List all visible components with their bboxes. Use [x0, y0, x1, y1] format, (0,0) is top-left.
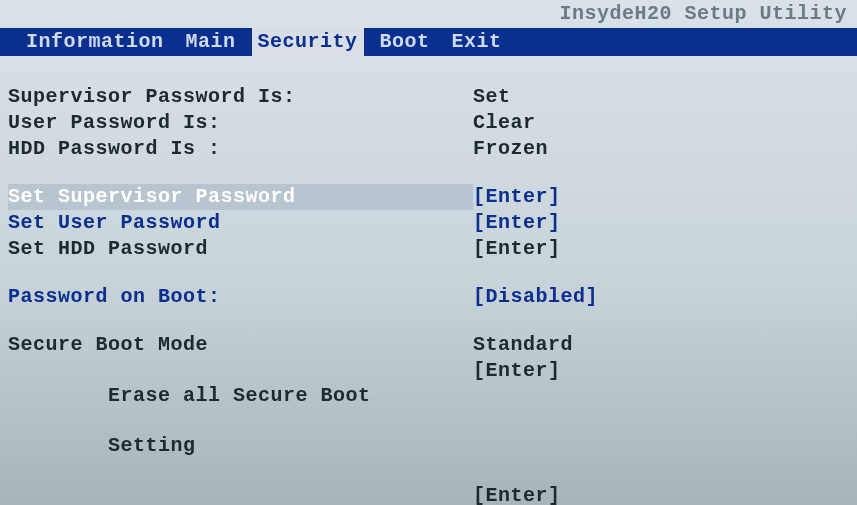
- supervisor-password-status: Supervisor Password Is: Set: [8, 84, 857, 110]
- erase-secure-boot-label-line1: Erase all Secure Boot: [108, 384, 371, 407]
- secure-boot-mode-value: Standard: [473, 332, 573, 358]
- hdd-password-value: Frozen: [473, 136, 548, 162]
- menu-bar: Information Main Security Boot Exit: [0, 28, 857, 56]
- tab-security[interactable]: Security: [252, 28, 364, 56]
- set-user-password-action: [Enter]: [473, 210, 561, 236]
- erase-secure-boot-label-line2: Setting: [108, 434, 196, 457]
- set-hdd-password[interactable]: Set HDD Password [Enter]: [8, 236, 857, 262]
- secure-boot-mode[interactable]: Secure Boot Mode Standard: [8, 332, 857, 358]
- erase-secure-boot-setting[interactable]: Erase all Secure Boot Setting [Enter]: [8, 358, 857, 483]
- set-hdd-password-action: [Enter]: [473, 236, 561, 262]
- set-supervisor-password[interactable]: Set Supervisor Password [Enter]: [8, 184, 857, 210]
- password-on-boot-label: Password on Boot:: [8, 284, 473, 310]
- set-user-password[interactable]: Set User Password [Enter]: [8, 210, 857, 236]
- set-supervisor-password-action: [Enter]: [473, 184, 561, 210]
- supervisor-password-value: Set: [473, 84, 511, 110]
- tab-information[interactable]: Information: [20, 28, 170, 56]
- spacer: [8, 262, 857, 284]
- secure-boot-mode-label: Secure Boot Mode: [8, 332, 473, 358]
- tab-main[interactable]: Main: [180, 28, 242, 56]
- bios-screen: InsydeH20 Setup Utility Information Main…: [0, 0, 857, 505]
- tab-boot[interactable]: Boot: [374, 28, 436, 56]
- hdd-password-status: HDD Password Is : Frozen: [8, 136, 857, 162]
- user-password-value: Clear: [473, 110, 536, 136]
- supervisor-password-label: Supervisor Password Is:: [8, 84, 473, 110]
- erase-secure-boot-label: Erase all Secure Boot Setting: [8, 358, 473, 483]
- set-user-password-label: Set User Password: [8, 210, 473, 236]
- password-on-boot[interactable]: Password on Boot: [Disabled]: [8, 284, 857, 310]
- bios-title: InsydeH20 Setup Utility: [0, 0, 857, 28]
- user-password-label: User Password Is:: [8, 110, 473, 136]
- spacer: [8, 162, 857, 184]
- password-on-boot-value: [Disabled]: [473, 284, 598, 310]
- set-hdd-password-label: Set HDD Password: [8, 236, 473, 262]
- erase-secure-boot-action: [Enter]: [473, 358, 561, 483]
- content-panel: Supervisor Password Is: Set User Passwor…: [0, 56, 857, 505]
- spacer: [8, 310, 857, 332]
- tab-exit[interactable]: Exit: [446, 28, 508, 56]
- user-password-status: User Password Is: Clear: [8, 110, 857, 136]
- set-supervisor-password-label: Set Supervisor Password: [8, 184, 473, 210]
- select-uefi-file-action: [Enter]: [473, 483, 561, 505]
- select-uefi-file-label: Select an UEFI file as trusted for execu…: [8, 483, 473, 505]
- hdd-password-label: HDD Password Is :: [8, 136, 473, 162]
- select-uefi-file[interactable]: Select an UEFI file as trusted for execu…: [8, 483, 857, 505]
